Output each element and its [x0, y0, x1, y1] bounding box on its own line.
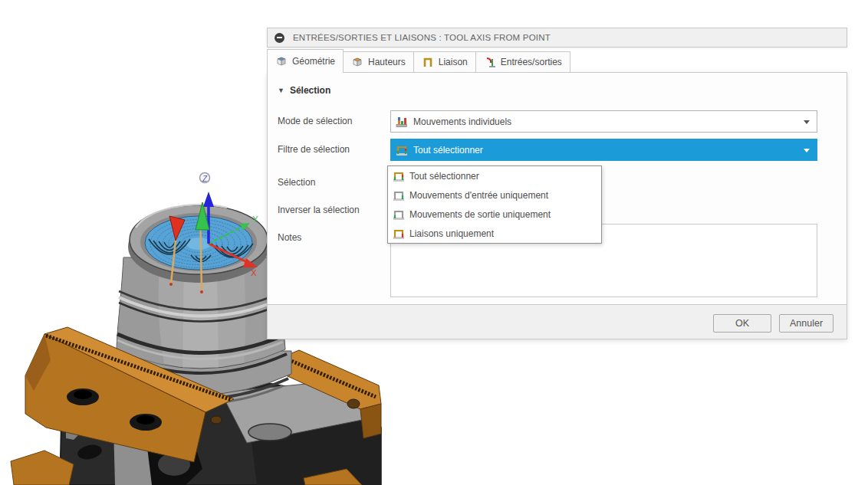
linking-arch-icon	[422, 56, 434, 68]
chevron-down-icon	[804, 120, 810, 124]
z-axis-label: Z	[202, 175, 208, 183]
dropdown-item-label: Tout sélectionner	[409, 171, 479, 182]
dialog-footer: OK Annuler	[268, 304, 847, 339]
geometry-cube-icon	[275, 55, 288, 67]
section-title: Sélection	[290, 85, 330, 96]
lead-in-only-icon	[393, 189, 405, 202]
lead-inout-icon	[484, 56, 496, 68]
select-all-icon	[396, 144, 408, 156]
dialog-title: ENTRÉES/SORTIES ET LIAISONS : TOOL AXIS …	[293, 33, 551, 42]
links-only-icon	[393, 228, 405, 240]
individual-movements-icon	[396, 116, 408, 128]
tab-entrees-sorties[interactable]: Entrées/sorties	[475, 51, 570, 73]
heights-cube-icon	[351, 56, 363, 68]
filter-label: Filtre de sélection	[278, 144, 350, 155]
dialog-tabs: Géométrie Hauteurs Liaison Entrées/sorti…	[267, 49, 570, 73]
filter-dropdown-list: Tout sélectionner Mouvements d'entrée un…	[387, 165, 602, 244]
dropdown-item-label: Mouvements d'entrée uniquement	[409, 190, 548, 201]
y-axis-label: Y	[252, 215, 258, 224]
tab-label: Entrées/sorties	[501, 57, 562, 67]
tab-hauteurs[interactable]: Hauteurs	[344, 51, 413, 73]
selection-filter-select[interactable]: Tout sélectionner	[390, 139, 817, 161]
dropdown-item-label: Mouvements de sortie uniquement	[409, 209, 551, 220]
leads-links-dialog: ENTRÉES/SORTIES ET LIAISONS : TOOL AXIS …	[267, 28, 847, 339]
invert-selection-label: Inverser la sélection	[278, 205, 360, 215]
selection-mode-value: Mouvements individuels	[413, 116, 511, 127]
dropdown-item-select-all[interactable]: Tout sélectionner	[388, 166, 601, 185]
mode-label: Mode de sélection	[278, 116, 352, 126]
lead-out-only-icon	[393, 208, 405, 221]
dropdown-item-lead-out-only[interactable]: Mouvements de sortie uniquement	[388, 205, 601, 224]
cancel-button[interactable]: Annuler	[779, 314, 833, 333]
notes-label: Notes	[278, 232, 301, 243]
dialog-titlebar[interactable]: ENTRÉES/SORTIES ET LIAISONS : TOOL AXIS …	[267, 28, 847, 48]
x-axis-label: X	[251, 268, 257, 277]
tab-label: Géométrie	[292, 56, 335, 67]
ok-button[interactable]: OK	[713, 314, 771, 333]
chevron-down-icon	[804, 149, 810, 152]
selection-filter-value: Tout sélectionner	[413, 145, 483, 156]
dropdown-item-label: Liaisons uniquement	[409, 228, 494, 239]
dropdown-item-links-only[interactable]: Liaisons uniquement	[388, 224, 601, 243]
z-axis-arrowhead[interactable]	[203, 192, 214, 207]
dropdown-item-lead-in-only[interactable]: Mouvements d'entrée uniquement	[388, 185, 601, 205]
collapse-icon[interactable]	[275, 33, 284, 43]
tab-label: Hauteurs	[368, 57, 406, 67]
selection-section-header[interactable]: ▼ Sélection	[278, 85, 330, 96]
collapse-triangle-icon: ▼	[278, 87, 284, 94]
tab-liaison[interactable]: Liaison	[413, 51, 475, 73]
selection-label: Sélection	[278, 177, 315, 188]
selection-mode-select[interactable]: Mouvements individuels	[390, 110, 817, 133]
tab-geometrie[interactable]: Géométrie	[267, 49, 344, 73]
select-all-icon	[393, 170, 405, 182]
tab-label: Liaison	[439, 57, 468, 67]
